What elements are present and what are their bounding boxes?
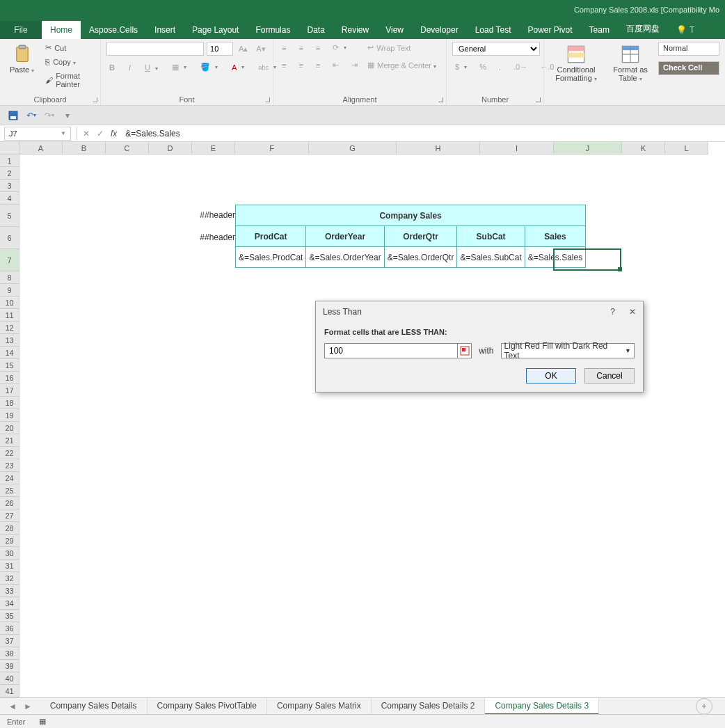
row-header-20[interactable]: 20 [0, 422, 19, 434]
dialog-titlebar[interactable]: Less Than ?✕ [316, 301, 643, 322]
row-header-9[interactable]: 9 [0, 284, 19, 296]
border-button[interactable]: ▦ [169, 61, 189, 73]
comma-button[interactable]: , [496, 61, 504, 72]
row-header-18[interactable]: 18 [0, 397, 19, 409]
align-middle-button[interactable]: ≡ [296, 42, 305, 54]
cell-data-4[interactable]: &=Sales.Sales [525, 247, 585, 268]
row-header-38[interactable]: 38 [0, 647, 19, 660]
row-header-32[interactable]: 32 [0, 572, 19, 585]
row-header-23[interactable]: 23 [0, 459, 19, 472]
style-check-cell[interactable]: Check Cell [658, 61, 719, 75]
align-right-button[interactable]: ≡ [313, 60, 323, 71]
macro-record-icon[interactable]: ▦ [39, 717, 46, 726]
number-format-select[interactable]: General [452, 42, 540, 56]
row-header-25[interactable]: 25 [0, 484, 19, 497]
threshold-input[interactable] [325, 346, 457, 356]
row-header-4[interactable]: 4 [0, 192, 19, 205]
add-sheet-button[interactable]: ＋ [696, 698, 712, 715]
redo-button[interactable]: ↷▾ [43, 109, 56, 122]
qat-customize[interactable]: ▾ [61, 109, 74, 122]
row-header-35[interactable]: 35 [0, 610, 19, 622]
tab-loadtest[interactable]: Load Test [467, 21, 520, 39]
format-painter-button[interactable]: 🖌Format Painter [42, 70, 95, 90]
row-header-15[interactable]: 15 [0, 359, 19, 372]
cancel-button[interactable]: Cancel [584, 368, 635, 383]
align-left-button[interactable]: ≡ [279, 60, 289, 71]
col-header-C[interactable]: C [106, 142, 149, 155]
col-header-G[interactable]: G [309, 142, 397, 155]
tab-baidu[interactable]: 百度网盘 [618, 19, 668, 39]
tab-home[interactable]: Home [42, 20, 81, 39]
orientation-button[interactable]: ⟳ [330, 42, 349, 54]
row-header-2[interactable]: 2 [0, 167, 19, 180]
sheet-tab-1[interactable]: Company Sales PivotTable [148, 698, 267, 715]
style-normal[interactable]: Normal [658, 42, 719, 56]
cell-data-1[interactable]: &=Sales.OrderYear [306, 247, 384, 268]
merge-center-button[interactable]: ▦Merge & Center [365, 59, 439, 71]
col-hdr-orderyear[interactable]: OrderYear [306, 226, 384, 247]
col-header-B[interactable]: B [63, 142, 106, 155]
row-header-33[interactable]: 33 [0, 585, 19, 597]
row-header-34[interactable]: 34 [0, 597, 19, 610]
tab-aspose[interactable]: Aspose.Cells [81, 21, 146, 39]
row-header-5[interactable]: 5 [0, 205, 19, 227]
increase-decimal-button[interactable]: .0→ [511, 61, 530, 72]
row-header-27[interactable]: 27 [0, 509, 19, 522]
col-header-F[interactable]: F [235, 142, 309, 155]
row-header-29[interactable]: 29 [0, 535, 19, 547]
cut-button[interactable]: ✂Cut [42, 42, 95, 54]
spreadsheet-grid[interactable]: ABCDEFGHIJKL 123456789101112131415161718… [0, 142, 725, 703]
col-header-A[interactable]: A [19, 142, 63, 155]
row-header-28[interactable]: 28 [0, 522, 19, 535]
format-as-table-button[interactable]: Format as Table [607, 42, 654, 85]
tab-view[interactable]: View [377, 21, 412, 39]
row-header-3[interactable]: 3 [0, 180, 19, 192]
tell-me[interactable]: 💡T [668, 21, 703, 39]
row-header-14[interactable]: 14 [0, 347, 19, 359]
tab-developer[interactable]: Developer [412, 21, 467, 39]
paste-button[interactable]: Paste [6, 42, 38, 77]
tab-pagelayout[interactable]: Page Layout [184, 21, 247, 39]
row-header-37[interactable]: 37 [0, 635, 19, 647]
dialog-close-button[interactable]: ✕ [629, 307, 636, 317]
col-header-H[interactable]: H [397, 142, 480, 155]
range-picker-button[interactable] [457, 344, 471, 358]
col-header-E[interactable]: E [192, 142, 235, 155]
cell-E6[interactable]: ##header [192, 232, 235, 242]
row-header-41[interactable]: 41 [0, 685, 19, 697]
ok-button[interactable]: OK [526, 368, 576, 383]
fill-handle[interactable] [618, 267, 622, 271]
sheet-tab-4[interactable]: Company Sales Details 3 [485, 698, 599, 715]
tab-data[interactable]: Data [298, 21, 333, 39]
tab-formulas[interactable]: Formulas [247, 21, 298, 39]
accounting-button[interactable]: $ [452, 61, 470, 72]
tab-file[interactable]: File [0, 21, 42, 39]
row-header-16[interactable]: 16 [0, 372, 19, 384]
underline-button[interactable]: U [142, 62, 161, 73]
row-header-31[interactable]: 31 [0, 560, 19, 572]
tab-team[interactable]: Team [581, 21, 618, 39]
sheet-tab-3[interactable]: Company Sales Details 2 [372, 698, 486, 715]
cell-data-2[interactable]: &=Sales.OrderQtr [384, 247, 457, 268]
conditional-formatting-button[interactable]: Conditional Formatting [550, 42, 603, 85]
shrink-font-button[interactable]: A▾ [253, 43, 268, 55]
col-header-L[interactable]: L [665, 142, 708, 155]
bold-button[interactable]: B [106, 62, 118, 73]
col-hdr-orderqtr[interactable]: OrderQtr [384, 226, 457, 247]
increase-indent-button[interactable]: ⇥ [349, 59, 360, 71]
font-launcher[interactable] [263, 95, 271, 104]
font-name-input[interactable] [106, 42, 204, 56]
cancel-formula-button[interactable]: ✕ [83, 129, 90, 139]
grow-font-button[interactable]: A▴ [236, 43, 250, 55]
col-hdr-prodcat[interactable]: ProdCat [236, 226, 306, 247]
cell-data-3[interactable]: &=Sales.SubCat [457, 247, 525, 268]
col-header-J[interactable]: J [554, 142, 622, 155]
row-header-30[interactable]: 30 [0, 547, 19, 560]
tab-powerpivot[interactable]: Power Pivot [520, 21, 581, 39]
sheet-tab-2[interactable]: Company Sales Matrix [267, 698, 372, 715]
row-header-26[interactable]: 26 [0, 497, 19, 509]
col-header-I[interactable]: I [480, 142, 554, 155]
italic-button[interactable]: I [126, 62, 134, 73]
tab-insert[interactable]: Insert [146, 21, 184, 39]
sheet-nav-next[interactable]: ► [24, 702, 32, 711]
